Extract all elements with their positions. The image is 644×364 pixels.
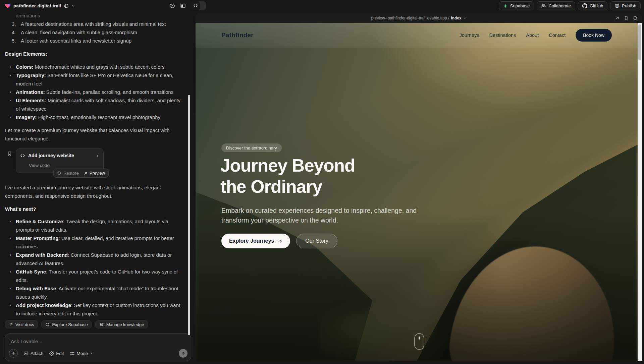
design-elements-heading: Design Elements: (5, 50, 183, 58)
manage-knowledge-button[interactable]: Manage knowledge (95, 320, 148, 328)
scroll-mouse-indicator (414, 333, 424, 350)
arrow-up-right-icon (84, 171, 88, 175)
edit-card-title: Add journey website (28, 151, 74, 160)
hero-section: Discover the extraordinary Journey Beyon… (196, 23, 638, 361)
target-icon (49, 351, 54, 356)
site-logo[interactable]: Pathfinder (221, 32, 254, 39)
project-name: pathfinder-digital-trail (13, 3, 61, 8)
explore-supabase-button[interactable]: Explore Supabase (41, 320, 92, 328)
sliders-icon (70, 351, 75, 356)
chat-input[interactable]: Ask Lovable... (10, 338, 42, 344)
chevron-down-icon (90, 352, 93, 355)
next-steps-bullets: Refine & Customize: Tweak the design, an… (5, 217, 183, 318)
list-item: UI Elements: Minimalist cards with soft … (5, 96, 183, 113)
published-globe-icon (64, 3, 69, 8)
preview-url-selector[interactable]: preview--pathfinder-digital-trail.lovabl… (371, 16, 466, 20)
github-icon (582, 3, 587, 8)
quick-actions: Visit docs Explore Supabase Manage knowl… (5, 320, 148, 328)
arrow-up-right-icon (9, 322, 13, 326)
add-attachment-button[interactable]: + (9, 349, 18, 358)
attach-button[interactable]: Attach (23, 351, 43, 356)
code-view-toggle[interactable] (191, 1, 206, 10)
github-button[interactable]: GitHub (578, 1, 607, 10)
explore-journeys-button[interactable]: Explore Journeys (221, 234, 290, 248)
site-scrollbar-thumb[interactable] (638, 24, 641, 60)
list-item: Colors: Monochromatic whites and grays w… (5, 63, 183, 71)
list-item: Animations: Subtle fade-ins, parallax sc… (5, 88, 183, 96)
refresh-button[interactable] (633, 16, 638, 20)
chevron-down-icon (463, 16, 467, 20)
mode-selector[interactable]: Mode (70, 351, 94, 356)
graduation-cap-icon (99, 322, 104, 327)
hiker-figure (497, 241, 499, 248)
site-nav: Journeys Destinations About Contact (460, 33, 566, 38)
chat-scrollbar[interactable] (188, 95, 190, 335)
list-item: GitHub Sync: Transfer your project's cod… (5, 267, 183, 284)
scrollback-partial-line: animations (5, 11, 183, 20)
code-icon (191, 1, 200, 10)
book-now-button[interactable]: Book Now (576, 29, 612, 42)
preview-button[interactable]: Preview (84, 169, 105, 177)
chat-bubble-icon (45, 322, 50, 327)
arrow-right-icon (277, 239, 282, 244)
version-toolbar: Restore Preview (53, 169, 109, 178)
whats-next-heading: What's next? (5, 205, 183, 213)
nav-link-about[interactable]: About (526, 33, 539, 38)
visit-docs-button[interactable]: Visit docs (5, 320, 38, 328)
app-topbar: pathfinder-digital-trail (0, 0, 644, 11)
collaborate-people-icon (541, 3, 546, 8)
collaborate-button[interactable]: Collaborate (537, 1, 575, 10)
history-button[interactable] (170, 3, 175, 9)
list-item: Debug with Ease: Activate our experiment… (5, 284, 183, 301)
list-item: Refine & Customize: Tweak the design, an… (5, 217, 183, 234)
preview-pane: preview--pathfinder-digital-trail.lovabl… (196, 13, 642, 361)
our-story-button[interactable]: Our Story (296, 234, 337, 248)
chevron-right-icon (95, 154, 99, 158)
open-external-button[interactable] (615, 16, 620, 20)
site-scrollbar[interactable] (638, 23, 642, 361)
preview-toolbar: preview--pathfinder-digital-trail.lovabl… (196, 13, 642, 23)
send-button[interactable] (179, 349, 187, 358)
preview-url-page: index (451, 16, 461, 20)
chat-composer: Ask Lovable... + Attach Edit (5, 333, 191, 361)
project-menu-chevron-icon[interactable] (71, 4, 75, 8)
publish-button[interactable]: Publish (610, 1, 641, 10)
hero-title: Journey Beyond the Ordinary (220, 155, 355, 197)
supabase-bolt-icon (503, 4, 508, 8)
list-item: 4. A clean, fixed navigation with subtle… (12, 28, 183, 37)
image-icon (23, 351, 29, 356)
text-caret (10, 338, 10, 344)
site-viewport: Discover the extraordinary Journey Beyon… (196, 23, 642, 361)
nav-link-contact[interactable]: Contact (549, 33, 566, 38)
design-bullets: Colors: Monochromatic whites and grays w… (5, 63, 183, 121)
list-item: Expand with Backend: Connect Supabase to… (5, 251, 183, 267)
hero-subtitle: Embark on curated experiences designed t… (221, 206, 417, 225)
chat-panel: animations 3. A featured destinations ar… (0, 11, 193, 364)
list-item: 3. A featured destinations area with str… (12, 20, 183, 28)
restore-icon (57, 171, 61, 175)
preview-url-host: preview--pathfinder-digital-trail.lovabl… (371, 16, 449, 20)
supabase-button[interactable]: Supabase (499, 1, 534, 10)
site-header: Pathfinder Journeys Destinations About C… (196, 23, 638, 48)
nav-link-destinations[interactable]: Destinations (489, 33, 516, 38)
edit-button[interactable]: Edit (49, 351, 64, 356)
mobile-view-button[interactable] (624, 16, 629, 20)
chat-messages: animations 3. A featured destinations ar… (5, 11, 183, 318)
numbered-list: 3. A featured destinations area with str… (12, 20, 183, 45)
code-icon (20, 153, 25, 158)
nav-link-journeys[interactable]: Journeys (460, 33, 479, 38)
lovable-heart-logo-icon (5, 3, 11, 9)
publish-globe-icon (614, 3, 620, 8)
edit-card-add-journey-website[interactable]: Add journey website View code Restore (16, 148, 104, 173)
assistant-paragraph: I've created a premium journey website w… (5, 183, 183, 200)
list-item: Typography: San-serif fonts like SF Pro … (5, 71, 183, 88)
hero-badge: Discover the extraordinary (221, 143, 282, 152)
panel-layout-button[interactable] (180, 3, 186, 9)
list-item: Master Prompting: Use clear, detailed, a… (5, 234, 183, 251)
restore-button[interactable]: Restore (57, 169, 79, 177)
bookmark-icon[interactable] (7, 151, 12, 156)
assistant-paragraph: Let me create a premium journey website … (5, 126, 183, 143)
list-item: Imagery: High-contrast, emotionally reso… (5, 113, 183, 121)
list-item: Add project knowledge: Set key context o… (5, 301, 183, 318)
list-item: 5. A footer with essential links and new… (12, 37, 183, 45)
